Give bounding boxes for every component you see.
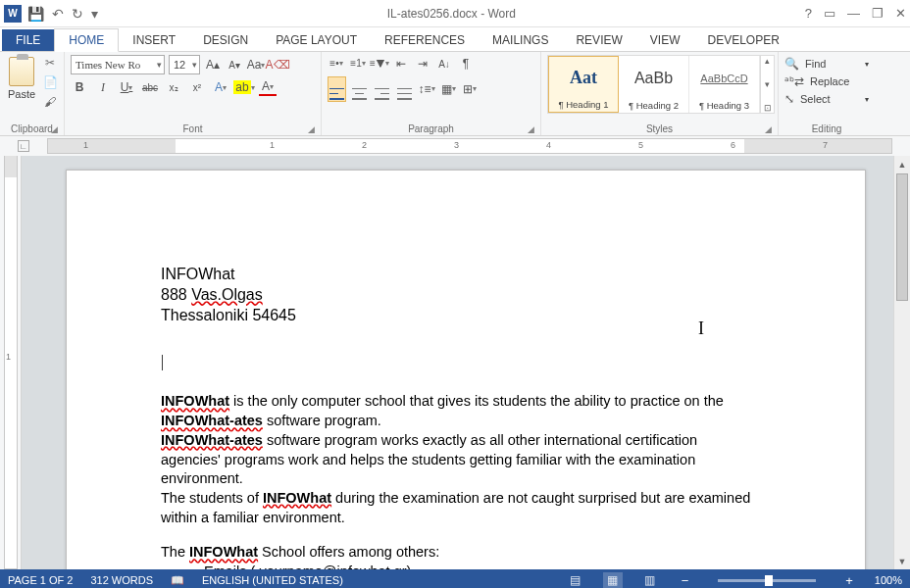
bullet-list: Emails ( yourname@infowhat.gr) Web site … <box>202 563 752 569</box>
show-marks-icon[interactable]: ¶ <box>457 55 475 73</box>
find-button[interactable]: 🔍Find▾ <box>784 55 869 73</box>
zoom-slider[interactable] <box>718 579 816 582</box>
tab-view[interactable]: VIEW <box>636 29 694 51</box>
ruler-tick: 1 <box>83 140 88 150</box>
ruler-tick: 7 <box>823 140 828 150</box>
ribbon: Paste ✂ 📄 🖌 Clipboard◢ Times New Ro 12 A… <box>0 52 910 136</box>
qat-customize-icon[interactable]: ▾ <box>91 6 98 22</box>
align-right-icon[interactable] <box>373 76 391 102</box>
highlight-icon[interactable]: ab <box>235 78 253 96</box>
undo-icon[interactable]: ↶ <box>52 6 64 22</box>
group-editing: 🔍Find▾ ᵃᵇ⇄Replace ⤡Select▾ Editing <box>779 52 875 135</box>
tab-selector-icon[interactable]: ∟ <box>18 140 29 152</box>
status-page[interactable]: PAGE 1 OF 2 <box>8 574 73 586</box>
ruler-tick: 6 <box>731 140 735 150</box>
style-preview: AaBbCcD <box>689 56 759 100</box>
style-down-icon[interactable]: ▾ <box>761 79 774 89</box>
vertical-ruler[interactable]: 1 <box>0 156 22 569</box>
ribbon-display-icon[interactable]: ▭ <box>824 6 835 21</box>
restore-icon[interactable]: ❐ <box>872 6 884 21</box>
font-color-icon[interactable]: A <box>259 78 277 96</box>
document-area: 1 INFOWhat 888 Vas.Olgas Thessaloniki 54… <box>0 156 910 569</box>
copy-icon[interactable]: 📄 <box>41 74 59 90</box>
tab-file[interactable]: FILE <box>2 29 54 51</box>
font-name-combo[interactable]: Times New Ro <box>71 55 165 74</box>
multilevel-icon[interactable]: ≡⯆ <box>371 55 388 73</box>
font-launcher-icon[interactable]: ◢ <box>308 124 315 134</box>
style-more-icon[interactable]: ⊡ <box>761 103 774 113</box>
style-up-icon[interactable]: ▴ <box>761 56 774 66</box>
bold-icon[interactable]: B <box>71 78 88 96</box>
increase-indent-icon[interactable]: ⇥ <box>414 55 431 73</box>
text-effects-icon[interactable]: A <box>212 78 229 96</box>
sort-icon[interactable]: A↓ <box>435 55 453 73</box>
ribbon-tabs: FILE HOME INSERT DESIGN PAGE LAYOUT REFE… <box>0 27 910 52</box>
save-icon[interactable]: 💾 <box>27 6 44 22</box>
bullets-icon[interactable]: ≡• <box>328 55 345 73</box>
scroll-down-icon[interactable]: ▼ <box>894 553 910 569</box>
status-words[interactable]: 312 WORDS <box>90 574 153 586</box>
vertical-scrollbar[interactable]: ▲ ▼ <box>893 156 910 569</box>
read-mode-icon[interactable]: ▤ <box>566 572 585 588</box>
status-language[interactable]: ENGLISH (UNITED STATES) <box>202 574 343 586</box>
change-case-icon[interactable]: Aa <box>247 56 265 74</box>
ruler-tick: 5 <box>638 140 643 150</box>
grow-font-icon[interactable]: A▴ <box>204 56 222 74</box>
address-line-1: INFOWhat <box>161 265 752 285</box>
tab-home[interactable]: HOME <box>54 28 119 52</box>
decrease-indent-icon[interactable]: ⇤ <box>392 55 410 73</box>
help-icon[interactable]: ? <box>805 6 812 21</box>
cut-icon[interactable]: ✂ <box>41 55 59 71</box>
tab-insert[interactable]: INSERT <box>119 29 189 51</box>
tab-page-layout[interactable]: PAGE LAYOUT <box>262 29 371 51</box>
print-layout-icon[interactable]: ▦ <box>603 572 623 588</box>
tab-design[interactable]: DESIGN <box>189 29 262 51</box>
superscript-icon[interactable]: x² <box>188 78 206 96</box>
zoom-knob[interactable] <box>765 575 773 586</box>
style-heading-1[interactable]: Aat ¶ Heading 1 <box>548 56 619 113</box>
shrink-font-icon[interactable]: A▾ <box>226 56 243 74</box>
shading-icon[interactable]: ▦ <box>439 80 457 98</box>
scroll-up-icon[interactable]: ▲ <box>894 156 910 172</box>
tab-mailings[interactable]: MAILINGS <box>479 29 562 51</box>
align-justify-icon[interactable] <box>395 76 414 102</box>
minimize-icon[interactable]: — <box>847 6 860 21</box>
select-button[interactable]: ⤡Select▾ <box>784 90 869 108</box>
zoom-level[interactable]: 100% <box>875 574 902 586</box>
numbering-icon[interactable]: ≡1 <box>349 55 367 73</box>
align-center-icon[interactable] <box>350 76 369 102</box>
tab-review[interactable]: REVIEW <box>562 29 635 51</box>
group-label-editing: Editing <box>784 122 869 135</box>
styles-launcher-icon[interactable]: ◢ <box>765 124 772 134</box>
status-proof-icon[interactable]: 📖 <box>171 574 184 587</box>
format-painter-icon[interactable]: 🖌 <box>41 94 59 110</box>
clipboard-launcher-icon[interactable]: ◢ <box>51 124 58 134</box>
close-icon[interactable]: ✕ <box>895 6 906 21</box>
redo-icon[interactable]: ↻ <box>72 6 83 22</box>
italic-icon[interactable]: I <box>94 78 112 96</box>
paragraph-launcher-icon[interactable]: ◢ <box>528 124 534 134</box>
address-block: INFOWhat 888 Vas.Olgas Thessaloniki 5464… <box>161 265 752 325</box>
clipboard-icon <box>9 57 34 86</box>
zoom-out-icon[interactable]: − <box>678 573 693 588</box>
tab-references[interactable]: REFERENCES <box>371 29 479 51</box>
horizontal-ruler[interactable]: 1 1 2 3 4 5 6 7 <box>47 138 892 154</box>
line-spacing-icon[interactable]: ↕≡ <box>418 80 435 98</box>
clear-formatting-icon[interactable]: A⌫ <box>269 56 286 74</box>
underline-icon[interactable]: U <box>118 78 135 96</box>
zoom-in-icon[interactable]: + <box>841 573 857 588</box>
status-bar: PAGE 1 OF 2 312 WORDS 📖 ENGLISH (UNITED … <box>0 569 910 588</box>
font-size-combo[interactable]: 12 <box>169 55 200 74</box>
page[interactable]: INFOWhat 888 Vas.Olgas Thessaloniki 5464… <box>66 170 866 569</box>
strikethrough-icon[interactable]: abc <box>141 78 159 96</box>
scroll-thumb[interactable] <box>896 173 908 301</box>
paste-button[interactable]: Paste <box>6 55 37 102</box>
subscript-icon[interactable]: x₂ <box>165 78 182 96</box>
align-left-icon[interactable] <box>328 76 346 102</box>
borders-icon[interactable]: ⊞ <box>461 80 479 98</box>
tab-developer[interactable]: DEVELOPER <box>693 29 792 51</box>
style-heading-2[interactable]: AaBb ¶ Heading 2 <box>619 56 689 113</box>
style-heading-3[interactable]: AaBbCcD ¶ Heading 3 <box>689 56 760 113</box>
web-layout-icon[interactable]: ▥ <box>640 572 660 588</box>
replace-button[interactable]: ᵃᵇ⇄Replace <box>784 73 869 90</box>
